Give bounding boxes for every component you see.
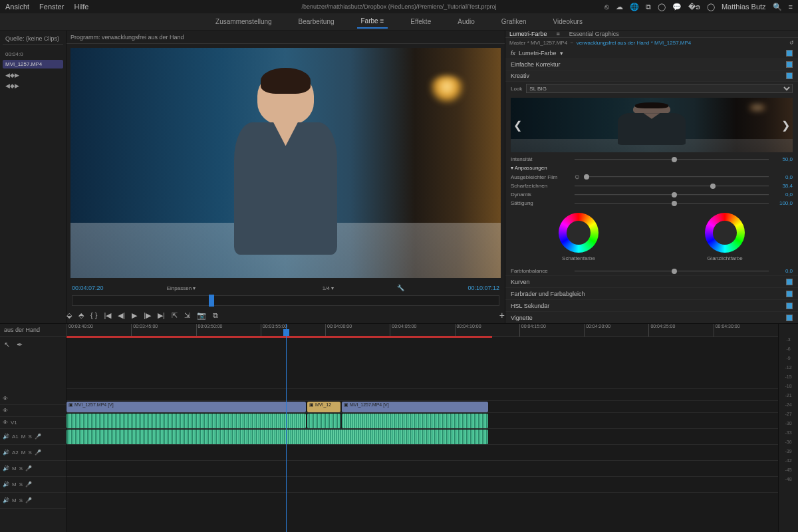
slider-fade[interactable]: Ausgebleichter Film⊙ 0,0 — [505, 172, 798, 182]
dropbox-icon[interactable]: ⧉ — [646, 3, 651, 11]
section-vignette[interactable]: Vignette — [505, 311, 798, 323]
menu-fenster[interactable]: Fenster — [39, 3, 64, 11]
fx-checkbox[interactable] — [786, 50, 793, 57]
ws-editing[interactable]: Bearbeitung — [295, 15, 338, 28]
track-head-v3[interactable]: 👁 — [0, 393, 66, 405]
extract-icon[interactable]: ⇲ — [184, 311, 190, 320]
fx-row[interactable]: fx Lumetri-Farbe ▾ — [505, 48, 798, 59]
slider-sharpen[interactable]: Scharfzeichnen 38,4 — [505, 182, 798, 190]
selection-tool-icon[interactable]: ↖ — [4, 340, 10, 349]
track-v1[interactable]: ▣ MVI_1257.MP4 [V] ▣ MVI_12 ▣ MVI_1257.M… — [66, 401, 778, 413]
effect-clip-chip[interactable]: MVI_1257.MP4 — [3, 60, 63, 68]
username[interactable]: Matthias Butz — [722, 3, 766, 11]
lift-icon[interactable]: ⇱ — [172, 311, 178, 320]
menu-icon[interactable]: ≡ — [789, 3, 793, 11]
add-button-icon[interactable]: + — [499, 310, 505, 321]
ws-audio[interactable]: Audio — [454, 15, 479, 28]
section-curves[interactable]: Kurven — [505, 275, 798, 287]
fit-dropdown[interactable]: Einpassen ▾ — [167, 285, 196, 291]
clip-a1-a[interactable] — [66, 414, 306, 428]
program-video-view[interactable] — [70, 48, 501, 278]
section-hsl[interactable]: HSL Sekundär — [505, 299, 798, 311]
basic-checkbox[interactable] — [786, 61, 793, 68]
tab-menu-icon[interactable]: ≡ — [557, 31, 560, 37]
shadow-tint-wheel[interactable]: Schattenfarbe — [559, 213, 598, 261]
slider-tint-balance[interactable]: Farbtonbalance 0,0 — [505, 267, 798, 275]
export-frame-icon[interactable]: 📷 — [197, 311, 206, 320]
ws-effects[interactable]: Effekte — [406, 15, 435, 28]
clip-v1-c[interactable]: ▣ MVI_1257.MP4 [V] — [342, 402, 488, 412]
ws-color[interactable]: Farbe ≡ — [357, 15, 388, 29]
ws-videokurs[interactable]: Videokurs — [549, 15, 587, 28]
time-ruler[interactable]: 00:03:40:0000:03:45:0000:03:50:0000:03:5… — [66, 324, 778, 337]
track-head-a4[interactable]: 🔊MS🎤 — [0, 477, 66, 493]
slider-intensity[interactable]: Intensität 50,0 — [505, 155, 798, 164]
tc-out[interactable]: 00:10:07:12 — [467, 285, 499, 291]
track-a5[interactable] — [66, 477, 778, 493]
track-a1[interactable] — [66, 413, 778, 429]
user-avatar-icon[interactable]: ◯ — [707, 3, 715, 11]
clip-a1-b[interactable] — [307, 414, 340, 428]
compare-icon[interactable]: ⧉ — [213, 311, 218, 320]
clip-v1-a[interactable]: ▣ MVI_1257.MP4 [V] — [66, 402, 306, 412]
program-scrubber[interactable] — [72, 295, 499, 306]
menu-ansicht[interactable]: Ansicht — [5, 3, 29, 11]
slider-vibrance[interactable]: Dynamik 0,0 — [505, 190, 798, 199]
clip-a1-c[interactable] — [342, 414, 488, 428]
cloud-icon[interactable]: ☁ — [616, 3, 623, 11]
track-head-a3[interactable]: 🔊MS🎤 — [0, 461, 66, 477]
goto-in-icon[interactable]: |◀ — [104, 311, 111, 320]
cc-sync-icon[interactable]: ⎋ — [604, 3, 609, 11]
step-fwd-icon[interactable]: |▶ — [144, 311, 151, 320]
track-head-v1[interactable]: 👁V1 — [0, 417, 66, 429]
track-head-a5[interactable]: 🔊MS🎤 — [0, 493, 66, 509]
marker-icon[interactable]: { } — [90, 311, 97, 319]
section-colorwheels[interactable]: Farbräder und Farbabgleich — [505, 287, 798, 299]
track-a3[interactable] — [66, 445, 778, 461]
mark-in-icon[interactable]: ⬙ — [66, 311, 72, 320]
tab-lumetri[interactable]: Lumetri-Farbe — [509, 31, 547, 37]
tc-in[interactable]: 00:04:07:20 — [72, 285, 104, 291]
look-prev-icon[interactable]: ❮ — [513, 119, 522, 132]
track-v2[interactable] — [66, 389, 778, 401]
section-basic[interactable]: Einfache Korrektur — [505, 59, 798, 70]
look-dropdown[interactable]: SL BIG — [526, 84, 793, 93]
sequence-tab[interactable]: aus der Hand — [0, 324, 66, 336]
creative-checkbox[interactable] — [786, 72, 793, 79]
menu-hilfe[interactable]: Hilfe — [74, 3, 88, 11]
playhead[interactable] — [286, 324, 287, 532]
keyframe-next-icon[interactable]: ◀◆▶ — [5, 82, 61, 89]
track-head-v2[interactable]: 👁 — [0, 405, 66, 417]
timeline-tracks[interactable]: 00:03:40:0000:03:45:0000:03:50:0000:03:5… — [66, 324, 778, 532]
adjust-header[interactable]: ▾ Anpassungen — [505, 164, 798, 172]
slider-saturation[interactable]: Sättigung 100,0 — [505, 199, 798, 207]
track-head-a1[interactable]: 🔊A1MS🎤 — [0, 429, 66, 445]
tab-essential-graphics[interactable]: Essential Graphics — [569, 31, 619, 37]
mark-out-icon[interactable]: ⬘ — [78, 311, 84, 320]
section-creative[interactable]: Kreativ — [505, 70, 798, 82]
track-v3[interactable] — [66, 377, 778, 389]
track-a4[interactable] — [66, 461, 778, 477]
ws-assembly[interactable]: Zusammenstellung — [211, 15, 275, 28]
clip-v1-b[interactable]: ▣ MVI_12 — [307, 402, 340, 412]
ws-graphics[interactable]: Grafiken — [497, 15, 531, 28]
wifi-icon[interactable]: �ອ — [688, 3, 700, 11]
highlight-tint-wheel[interactable]: Glanzlichtfarbe — [705, 213, 745, 261]
wrench-icon[interactable]: 🔧 — [397, 285, 404, 291]
pen-tool-icon[interactable]: ✒ — [17, 340, 23, 349]
globe-icon[interactable]: 🌐 — [630, 3, 639, 11]
progress-icon[interactable]: ◯ — [658, 3, 666, 11]
search-icon[interactable]: 🔍 — [773, 3, 782, 11]
clip-a2-a[interactable] — [66, 430, 488, 444]
look-next-icon[interactable]: ❯ — [781, 119, 790, 132]
reset-icon[interactable]: ↺ — [789, 40, 794, 46]
keyframe-prev-icon[interactable]: ◀◆▶ — [5, 72, 61, 78]
chat-icon[interactable]: 💬 — [672, 3, 682, 11]
scale-dropdown[interactable]: 1/4 ▾ — [323, 285, 334, 291]
play-icon[interactable]: ▶ — [132, 311, 137, 320]
goto-out-icon[interactable]: ▶| — [158, 311, 165, 320]
track-a2[interactable] — [66, 429, 778, 445]
step-back-icon[interactable]: ◀| — [118, 311, 125, 320]
track-head-a2[interactable]: 🔊A2MS🎤 — [0, 445, 66, 461]
source-tab[interactable]: Quelle: (keine Clips) — [3, 33, 63, 45]
